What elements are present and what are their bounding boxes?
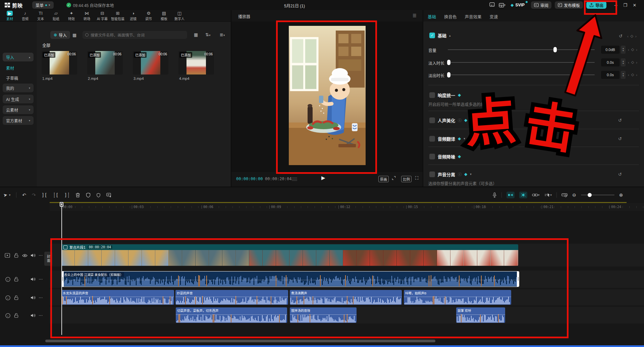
checkbox-icon[interactable] <box>429 154 435 159</box>
undo-icon[interactable]: ↶ <box>22 193 26 197</box>
smart-crop-ai-icon[interactable] <box>86 193 91 198</box>
speaker-icon[interactable] <box>31 296 36 300</box>
playhead-handle[interactable] <box>60 202 63 207</box>
import-button[interactable]: ⊕ 导入 <box>50 31 70 39</box>
trim-left-icon[interactable]: ┆[ <box>53 193 59 197</box>
ribbon-tab[interactable]: ◫ 数字人 <box>172 11 187 21</box>
cursor-link-icon[interactable]: ▾ <box>544 193 552 197</box>
link-preview-icon[interactable]: ▾ <box>532 193 540 197</box>
ribbon-tab[interactable]: ⚙ 调节 <box>141 11 156 21</box>
media-clip-card[interactable]: 已添加 00:06 4.mp4 <box>178 51 214 82</box>
publish-template-button[interactable]: 发布模板 <box>555 1 583 9</box>
ribbon-tab[interactable]: ▶ 素材 <box>2 11 17 21</box>
eye-icon[interactable] <box>22 254 28 257</box>
slider-handle[interactable] <box>447 72 450 78</box>
reset-icon[interactable]: ↺ <box>618 172 622 177</box>
maximize-button[interactable]: ❐ <box>621 3 630 8</box>
more-icon[interactable]: ⋯ <box>39 277 43 282</box>
ribbon-tab[interactable]: ♪ 音频 <box>17 11 33 21</box>
sidebar-item[interactable]: 云素材 ▾ <box>3 105 34 114</box>
keyframe-controls[interactable]: ‹◇› <box>628 72 637 77</box>
chevron-down-icon[interactable]: ▾ <box>470 172 472 176</box>
layout-panels-icon[interactable]: ▾ <box>499 3 506 7</box>
collapse-icon[interactable]: ▴ <box>449 34 451 37</box>
menu-button[interactable]: 菜单▾ <box>32 1 54 9</box>
review-button[interactable]: 审阅 <box>531 1 551 9</box>
reset-icon[interactable]: ↺ <box>619 34 623 39</box>
select-cursor-icon[interactable]: ➤ <box>3 192 8 198</box>
more-icon[interactable]: ⋯ <box>39 313 43 318</box>
inspector-tab[interactable]: 变速 <box>490 13 498 20</box>
ribbon-tab[interactable]: ⋈ 转场 <box>79 11 95 21</box>
preview-zoom-icon[interactable]: ⌞⌝ <box>392 176 396 181</box>
media-clip-card[interactable]: 已添加 00:06 3.mp4 <box>133 51 168 82</box>
lock-icon[interactable] <box>14 253 18 258</box>
media-clip-card[interactable]: 已添加 00:06 2.mp4 <box>87 51 123 82</box>
search-input[interactable]: 搜索文件名称、画面情节、台词 <box>83 31 187 39</box>
value-stepper[interactable]: ▲▼ <box>621 71 626 79</box>
horizontal-scrollbar[interactable] <box>45 340 435 342</box>
lock-icon[interactable] <box>14 277 18 282</box>
record-mic-icon[interactable] <box>492 192 497 198</box>
checkbox-icon[interactable] <box>429 136 435 142</box>
keyframe-controls[interactable]: ‹◇› <box>628 47 637 52</box>
chevron-down-icon[interactable]: ▾ <box>9 193 11 197</box>
slider-handle[interactable] <box>447 60 450 65</box>
inspector-tab[interactable]: 换音色 <box>444 13 457 20</box>
speaker-icon[interactable] <box>31 313 36 317</box>
sidebar-item[interactable]: 素材 <box>3 63 34 72</box>
text-clear-icon[interactable] <box>106 193 111 197</box>
delete-icon[interactable] <box>75 193 80 198</box>
ribbon-tab[interactable]: ▱ 贴纸 <box>48 11 64 21</box>
media-clip-card[interactable]: 已添加 00:06 1.mp4 <box>42 51 77 82</box>
value-stepper[interactable]: ▲▼ <box>621 46 626 54</box>
redo-icon[interactable]: ↷ <box>32 193 36 197</box>
lock-icon[interactable] <box>14 313 18 318</box>
auto-ripple-toggle[interactable] <box>519 192 527 198</box>
inspector-tab[interactable]: 声音效果 <box>465 13 482 20</box>
keyframe-controls[interactable]: ‹◇› <box>628 60 637 64</box>
sidebar-item[interactable]: 导入 ▴ <box>3 53 34 61</box>
sidebar-item[interactable]: 我的 ▾ <box>3 84 34 92</box>
speaker-icon[interactable] <box>31 277 36 281</box>
value-stepper[interactable]: ▲▼ <box>621 58 626 66</box>
ribbon-tab[interactable]: ⊟ AI 字幕 <box>95 11 110 21</box>
sidebar-item[interactable]: AI 生成 ▾ <box>3 95 34 103</box>
timeline-zoom-slider[interactable] <box>581 195 614 195</box>
ribbon-tab[interactable]: ✦ 特效 <box>64 11 79 21</box>
ribbon-tab[interactable]: ◑ 滤镜 <box>125 11 141 21</box>
trim-right-icon[interactable]: ]┆ <box>64 193 70 197</box>
zoom-slider-handle[interactable] <box>588 193 592 197</box>
play-button[interactable]: ▶ <box>321 175 325 181</box>
checkbox-icon[interactable] <box>429 92 435 98</box>
svip-button[interactable]: ◆ SVIP <box>507 1 528 9</box>
filter-icon[interactable]: ≣▾ <box>220 32 225 37</box>
reset-icon[interactable]: ↺ <box>618 136 622 141</box>
aspect-ratio-button[interactable]: 比例 <box>401 176 412 182</box>
inspector-tab[interactable]: 基础 <box>428 13 436 20</box>
fullscreen-icon[interactable]: ⛶ <box>415 176 418 181</box>
captions-display-icon[interactable] <box>489 2 495 8</box>
sidebar-item[interactable]: 官方素材 ▾ <box>3 116 34 125</box>
zoom-in-icon[interactable]: ⊕ <box>619 193 623 197</box>
sidebar-item[interactable]: 子草稿 <box>3 73 34 82</box>
reset-icon[interactable]: ↺ <box>618 118 622 123</box>
qr-import-icon[interactable]: ▩ <box>72 33 76 38</box>
split-icon[interactable]: ][ <box>42 193 47 197</box>
ribbon-tab[interactable]: ▤ 模板 <box>156 11 172 21</box>
info-icon[interactable]: ⓘ <box>458 171 462 177</box>
ribbon-tab[interactable]: TI 文本 <box>33 11 48 21</box>
checkbox-icon[interactable] <box>429 117 435 123</box>
frame-grid-icon[interactable] <box>292 177 297 181</box>
sort-icon[interactable]: ⇅▾ <box>205 32 210 37</box>
more-icon[interactable]: ⋯ <box>39 253 43 258</box>
mask-shield-icon[interactable] <box>96 193 101 198</box>
original-quality-button[interactable]: 原画 <box>378 176 389 182</box>
ribbon-tab[interactable]: ⊞ 智能包装 <box>110 11 125 21</box>
more-icon[interactable]: ⋯ <box>39 295 43 300</box>
checkbox-icon[interactable] <box>429 171 435 177</box>
player-options-icon[interactable]: ☰ <box>413 13 417 18</box>
grid-view-icon[interactable]: ▦ <box>194 32 198 37</box>
timeline-ruler-icon[interactable] <box>561 193 568 197</box>
close-button[interactable]: ✕ <box>630 3 639 8</box>
